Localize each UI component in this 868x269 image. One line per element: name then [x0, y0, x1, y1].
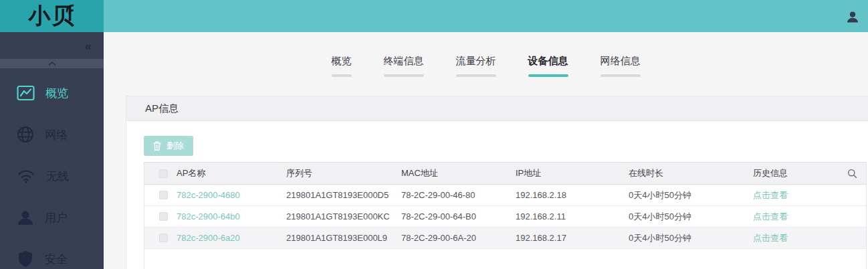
- cell-online: 0天4小时50分钟: [629, 189, 753, 201]
- search-button[interactable]: [847, 169, 857, 179]
- tab-label: 流量分析: [456, 54, 496, 68]
- tab-device-info[interactable]: 设备信息: [522, 54, 574, 77]
- row-checkbox[interactable]: [159, 212, 168, 221]
- sidebar-item-security[interactable]: 安全: [0, 238, 104, 269]
- cell-ip: 192.168.2.17: [516, 233, 629, 243]
- column-header-ap-name: AP名称: [168, 167, 286, 179]
- cell-ap-name: 782c-2900-4680: [168, 190, 286, 200]
- sidebar: « 概览 网络: [0, 32, 104, 269]
- sidebar-item-label: 用户: [45, 210, 68, 226]
- delete-button[interactable]: 删除: [144, 136, 193, 156]
- sidebar-collapse-row: «: [0, 32, 104, 59]
- panel-title: AP信息: [145, 102, 179, 115]
- select-all-checkbox[interactable]: [159, 169, 168, 178]
- cell-ap-name: 782c-2900-6a20: [168, 233, 286, 243]
- user-icon: [845, 9, 860, 24]
- row-checkbox-cell: [144, 191, 168, 199]
- history-link[interactable]: 点击查看: [753, 233, 788, 243]
- panel-body: 删除 AP名称 序列号 MAC地址 IP地址 在线时长 历史信息: [126, 121, 868, 269]
- cell-serial: 219801A1GT8193E000D5: [286, 190, 401, 200]
- shield-icon: [17, 250, 34, 268]
- cell-history: 点击查看: [753, 189, 838, 201]
- user-account-button[interactable]: [844, 8, 861, 25]
- row-checkbox-cell: [144, 234, 168, 242]
- chevron-up-icon: [48, 62, 56, 66]
- tab-overview[interactable]: 概览: [326, 54, 358, 77]
- ap-table: AP名称 序列号 MAC地址 IP地址 在线时长 历史信息: [144, 162, 867, 269]
- table-row: 782c-2900-4680 219801A1GT8193E000D5 78-2…: [144, 185, 866, 206]
- tab-underline: [528, 74, 568, 77]
- tab-underline: [601, 74, 641, 77]
- trash-icon: [153, 141, 161, 151]
- ap-info-panel: AP信息 删除 AP名称 序列号: [126, 96, 868, 269]
- sidebar-item-overview[interactable]: 概览: [0, 72, 104, 114]
- column-header-history: 历史信息: [753, 167, 838, 179]
- header-checkbox-cell: [144, 169, 168, 178]
- cell-online: 0天4小时50分钟: [629, 211, 753, 223]
- sidebar-item-wireless[interactable]: 无线: [0, 155, 104, 197]
- sidebar-item-network[interactable]: 网络: [0, 114, 104, 155]
- tab-terminal-info[interactable]: 终端信息: [378, 54, 430, 77]
- sidebar-item-label: 概览: [45, 86, 68, 101]
- cell-ip: 192.168.2.18: [516, 190, 629, 200]
- table-row: 782c-2900-64b0 219801A1GT8193E000KC 78-2…: [144, 206, 866, 228]
- main-content: 概览 终端信息 流量分析 设备信息 网络信息 AP信息: [104, 32, 868, 269]
- cell-mac: 78-2C-29-00-46-80: [401, 190, 516, 200]
- tab-bar: 概览 终端信息 流量分析 设备信息 网络信息: [104, 32, 868, 77]
- column-header-online: 在线时长: [629, 167, 753, 179]
- column-header-ip: IP地址: [516, 167, 629, 179]
- table-row: 782c-2900-6a20 219801A1GT8193E000L9 78-2…: [144, 228, 866, 249]
- history-link[interactable]: 点击查看: [753, 190, 788, 200]
- sidebar-item-label: 安全: [45, 252, 68, 267]
- sidebar-nav: 概览 网络 无线 用户: [0, 68, 104, 269]
- row-checkbox[interactable]: [159, 234, 168, 242]
- delete-button-label: 删除: [167, 140, 184, 152]
- tab-label: 网络信息: [601, 54, 641, 68]
- sidebar-item-users[interactable]: 用户: [0, 197, 104, 238]
- cell-serial: 219801A1GT8193E000L9: [286, 233, 401, 243]
- tab-underline: [332, 74, 352, 77]
- column-header-mac: MAC地址: [401, 167, 516, 179]
- row-checkbox-cell: [144, 212, 168, 221]
- cell-mac: 78-2C-29-00-6A-20: [401, 233, 516, 243]
- ap-name-link[interactable]: 782c-2900-4680: [177, 190, 240, 200]
- cell-mac: 78-2C-29-00-64-B0: [401, 211, 516, 221]
- sidebar-scroll-up[interactable]: [0, 59, 104, 68]
- tab-network-info[interactable]: 网络信息: [594, 54, 647, 77]
- cell-history: 点击查看: [753, 211, 838, 223]
- panel-header: AP信息: [126, 96, 868, 121]
- sidebar-collapse-button[interactable]: «: [84, 39, 92, 52]
- ap-name-link[interactable]: 782c-2900-64b0: [177, 211, 240, 221]
- row-checkbox[interactable]: [159, 191, 168, 199]
- user-icon: [17, 209, 34, 226]
- wifi-icon: [17, 168, 35, 184]
- tab-underline: [384, 74, 424, 77]
- table-header-row: AP名称 序列号 MAC地址 IP地址 在线时长 历史信息: [144, 163, 866, 185]
- globe-icon: [17, 126, 34, 143]
- header-bar: [104, 0, 868, 32]
- cell-ap-name: 782c-2900-64b0: [168, 211, 286, 221]
- sidebar-item-label: 网络: [45, 127, 68, 143]
- tab-label: 终端信息: [384, 54, 424, 68]
- search-cell: [838, 169, 866, 179]
- ap-name-link[interactable]: 782c-2900-6a20: [177, 233, 240, 243]
- tab-label: 设备信息: [528, 54, 568, 68]
- tab-traffic-analysis[interactable]: 流量分析: [450, 54, 502, 77]
- cell-serial: 219801A1GT8193E000KC: [286, 211, 401, 221]
- tab-label: 概览: [332, 54, 352, 68]
- top-header: 小贝: [0, 0, 868, 32]
- chart-icon: [17, 85, 35, 101]
- sidebar-item-label: 无线: [46, 169, 69, 184]
- logo-wifi-icon: [64, 3, 79, 16]
- search-icon: [847, 169, 857, 179]
- logo: 小贝: [0, 0, 104, 32]
- column-header-serial: 序列号: [286, 167, 401, 179]
- cell-online: 0天4小时50分钟: [629, 232, 753, 244]
- history-link[interactable]: 点击查看: [753, 211, 788, 221]
- tab-underline: [456, 74, 496, 77]
- cell-history: 点击查看: [753, 232, 838, 244]
- cell-ip: 192.168.2.11: [516, 211, 629, 221]
